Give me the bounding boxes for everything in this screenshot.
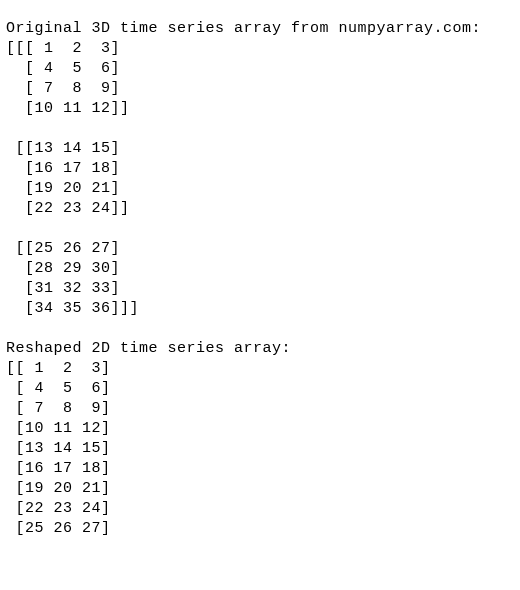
array2d-printed: [[ 1 2 3] [ 4 5 6] [ 7 8 9] [10 11 12] [… [6, 360, 111, 537]
console-output: Original 3D time series array from numpy… [0, 15, 520, 543]
reshaped-header: Reshaped 2D time series array: [6, 340, 291, 357]
original-header: Original 3D time series array from numpy… [6, 20, 481, 37]
array3d-printed: [[[ 1 2 3] [ 4 5 6] [ 7 8 9] [10 11 12]]… [6, 40, 139, 317]
